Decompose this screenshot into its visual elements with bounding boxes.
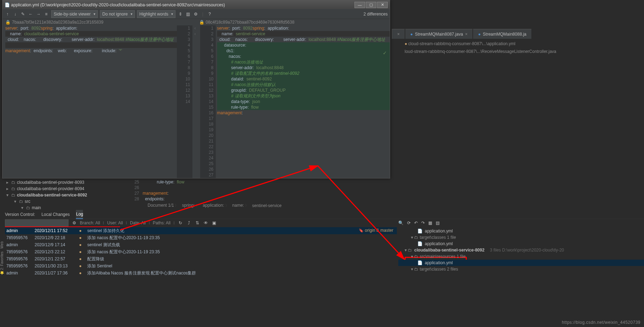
refresh-icon[interactable]: ↻ (178, 220, 183, 226)
ok-icon: ✓ (383, 50, 387, 56)
ignore-combo[interactable]: Do not ignore (100, 10, 135, 18)
tab-streammq8087[interactable]: ●StreamMQMain8087.java× (405, 29, 472, 39)
search-icon[interactable]: 🔍 (398, 220, 404, 225)
tab-streammq8088[interactable]: ●StreamMQMain8088.ja (473, 29, 531, 39)
minimize-button[interactable]: — (354, 2, 365, 8)
commit-row[interactable]: admin2020/11/27 17:36●添加Alibaba Nacos 服务… (5, 270, 397, 277)
editor-tabs: × ●StreamMQMain8087.java× ●StreamMQMain8… (392, 29, 531, 39)
eye-icon[interactable]: 👁 (203, 220, 209, 226)
window-titlebar[interactable]: 📄 application.yml (D:\work\project\2020-… (2, 0, 390, 9)
maximize-button[interactable]: ▢ (366, 2, 376, 8)
changed-file[interactable]: 📄 application.yml (398, 241, 644, 247)
arrow-down-icon[interactable]: ↓ (12, 11, 18, 17)
tab-log[interactable]: Log (76, 210, 83, 219)
editor-under: 25262728 rule-type: flow management: end… (127, 179, 184, 202)
side-favorites[interactable]: ⭐ 2: Favorites Web (0, 215, 4, 275)
gear-icon[interactable]: ⚙ (71, 220, 77, 226)
edit-icon[interactable]: ✎ (20, 11, 26, 17)
file-icon: 📄 (5, 2, 10, 7)
diff-left-pane[interactable]: server: port: 8092spring: application: n… (2, 25, 177, 178)
vcs-toolbar: ⚙ Branch: All⁞ User: All⁞ Date: All⁞ Pat… (5, 219, 397, 227)
nav-bar-2: loud-stream-rabbitmq-consumer-8087\...\R… (392, 48, 556, 55)
help-icon[interactable]: ? (207, 11, 213, 17)
commit-row[interactable]: admin2020/12/11 17:52●sentinel 添加持久化 (5, 227, 397, 234)
diff-toolbar: ↑ ↓ ✎ ← → ≡ Side-by-side viewer Do not i… (2, 9, 390, 19)
commit-row[interactable]: 7859595762020/12/1 22:57●配置降级 (5, 255, 397, 262)
revision-bar: 🔒7baaa7bf3e1211e382da02363a9a12cc3f16583… (2, 19, 390, 25)
nav-bar-1: ● cloud-stream-rabbitmq-consumer-8087\..… (392, 40, 515, 48)
window-title: application.yml (D:\work\project\2020-cl… (11, 2, 225, 7)
sync-icon[interactable]: ▥ (185, 11, 191, 17)
project-tree[interactable]: ▸🗀cloudalibaba-sentinel-provider-8093 ▸🗀… (6, 179, 126, 211)
editor-breadcrumb[interactable]: Document 1/1spring:application:name:sent… (148, 203, 281, 208)
changed-file[interactable]: 📄 application.yml (398, 228, 644, 234)
diff-window: 📄 application.yml (D:\work\project\2020-… (2, 0, 390, 178)
highlight-combo[interactable]: Highlight words (137, 10, 175, 18)
vcs-tabs[interactable]: Version Control: Local Changes Log (5, 210, 644, 219)
collapse-icon[interactable]: ⇕ (178, 11, 183, 17)
changed-file[interactable]: 📄 application.yml (398, 260, 644, 266)
commit-list[interactable]: admin2020/12/11 17:52●sentinel 添加持久化7859… (5, 227, 397, 277)
vcs-filter-input[interactable] (5, 219, 68, 226)
commit-row[interactable]: admin2020/12/9 17:14●sentinel 测试负载 (5, 241, 397, 248)
back-icon[interactable]: ← (28, 11, 34, 17)
lock-icon: 🔒 (5, 20, 11, 25)
tab-local-changes[interactable]: Local Changes (41, 212, 70, 217)
commit-row[interactable]: 7859595762020/12/3 22:12●添加 nacos 配置中心20… (5, 248, 397, 255)
diff-count: 2 differences (364, 12, 388, 17)
commit-row[interactable]: 7859595762020/12/9 22:18●添加 nacos 配置中心20… (5, 234, 397, 241)
cherry-pick-icon[interactable]: ⤴ (186, 220, 192, 226)
gear-icon[interactable]: ⚙ (193, 11, 199, 17)
forward-icon[interactable]: → (36, 11, 41, 17)
lock-icon: 🔒 (199, 20, 204, 25)
collapse-icon[interactable]: ⟳ (407, 220, 411, 225)
vcs-files-panel: 🔍 ⟳ ↶ ↷ ▦ ▤ 📄 application.yml▾ 🗀 target\… (398, 219, 644, 272)
branch-tag: 🔖 origin & master (359, 228, 393, 233)
arrow-up-icon[interactable]: ↑ (5, 11, 10, 17)
diff-right-pane[interactable]: server: port: 8092spring: application: n… (216, 25, 390, 178)
commit-row[interactable]: 7859595762020/11/30 23:13●添加 Sentinel (5, 262, 397, 270)
viewer-mode-combo[interactable]: Side-by-side viewer (51, 10, 98, 18)
close-button[interactable]: ✕ (377, 2, 388, 8)
close-icon[interactable]: × (465, 32, 467, 37)
list-icon[interactable]: ≡ (43, 11, 49, 17)
watermark: https://blog.csdn.net/weixin_44520739 (562, 320, 640, 325)
